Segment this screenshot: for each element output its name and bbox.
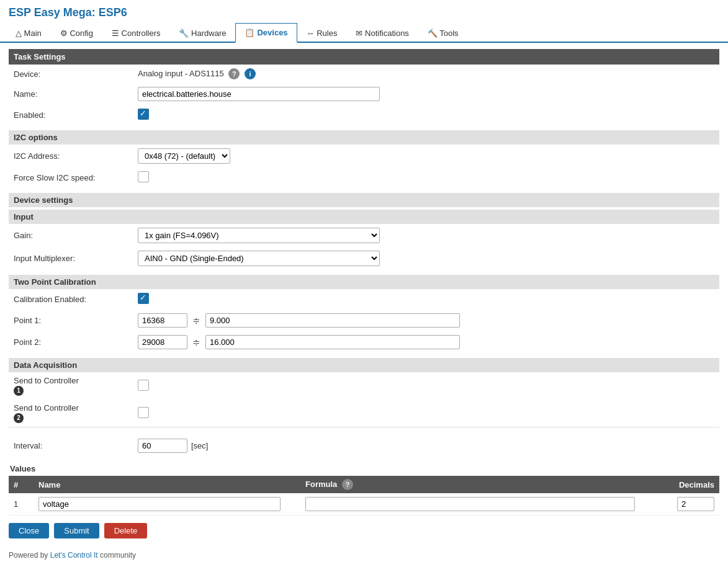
mux-label: Input Multiplexer: [9,247,133,270]
gain-label: Gain: [9,224,133,247]
point2-equals: ≑ [192,337,200,348]
point1-equals: ≑ [192,315,200,326]
value-row-1-name-cell [34,493,300,516]
help-icon[interactable]: ? [228,68,240,79]
formula-help-icon[interactable]: ? [342,479,353,490]
calibration-enabled-label: Calibration Enabled: [9,289,133,310]
delete-button[interactable]: Delete [104,523,148,538]
send-ctrl1-label: Send to Controller 1 [14,376,128,396]
calibration-enabled-checkbox[interactable] [138,293,149,304]
tab-devices[interactable]: 📋 Devices [235,23,297,43]
i2c-options-header: I2C options [9,130,719,145]
footer: Powered by Let's Control It community [0,545,728,566]
value-row-1-decimals-input[interactable] [677,497,714,511]
value-row-1-name-input[interactable] [38,497,281,511]
tab-notifications[interactable]: ✉ Notifications [346,23,418,43]
value-row-1-formula-cell [300,493,657,516]
send-ctrl2-label: Send to Controller 2 [14,403,128,423]
info-icon[interactable]: i [245,68,256,79]
action-buttons: Close Submit Delete [9,523,719,538]
tab-hardware[interactable]: 🔧 Hardware [169,23,235,43]
point2-label: Point 2: [9,331,133,353]
value-row-1: 1 [9,493,719,516]
col-name: Name [34,476,300,493]
data-acquisition-header: Data Acquisition [9,358,719,372]
col-formula: Formula ? [300,476,657,493]
close-button[interactable]: Close [9,523,49,538]
device-value: Analog input - ADS1115 [138,69,224,78]
value-row-1-formula-input[interactable] [305,497,635,511]
point1-raw-input[interactable] [138,313,187,328]
tab-controllers[interactable]: ☰ Controllers [102,23,169,43]
app-title: ESP Easy Mega: ESP6 [0,0,728,23]
send-ctrl1-checkbox[interactable] [138,380,149,391]
point2-raw-input[interactable] [138,335,187,349]
name-label: Name: [9,83,133,105]
device-settings-header: Device settings [9,193,719,207]
point1-cal-input[interactable] [205,313,460,328]
ctrl2-num-badge: 2 [14,413,24,423]
col-decimals: Decimals [657,476,719,493]
task-settings-header: Task Settings [9,49,719,65]
gain-select[interactable]: 2/3x gain (FS=6.144V) 1x gain (FS=4.096V… [138,228,380,243]
ctrl1-num-badge: 1 [14,386,24,396]
interval-unit: [sec] [191,441,208,450]
nav-tabs: △ Main ⚙ Config ☰ Controllers 🔧 Hardware… [0,23,728,43]
interval-label: Interval: [9,435,133,457]
submit-button[interactable]: Submit [54,523,99,538]
value-row-1-decimals-cell [657,493,719,516]
values-header: Values [9,462,719,476]
mux-select[interactable]: AIN0 - GND (Single-Ended) AIN1 - GND (Si… [138,251,380,266]
input-header: Input [9,210,719,224]
i2c-address-select[interactable]: 0x48 (72) - (default) 0x49 (73) 0x4A (74… [138,148,230,164]
force-slow-checkbox[interactable] [138,171,149,182]
point1-label: Point 1: [9,310,133,331]
send-ctrl2-checkbox[interactable] [138,407,149,418]
col-num: # [9,476,34,493]
i2c-address-label: I2C Address: [9,145,133,167]
device-label: Device: [9,65,133,83]
enabled-label: Enabled: [9,105,133,125]
calibration-header: Two Point Calibration [9,275,719,289]
tab-main[interactable]: △ Main [6,23,51,43]
tab-rules[interactable]: ↔ Rules [297,23,347,43]
name-input[interactable] [138,87,380,101]
footer-link[interactable]: Let's Control It [50,551,98,560]
interval-input[interactable] [138,439,187,453]
enabled-checkbox[interactable] [138,109,149,120]
force-slow-label: Force Slow I2C speed: [9,167,133,188]
point2-cal-input[interactable] [205,335,460,349]
value-row-1-num: 1 [9,493,34,516]
tab-config[interactable]: ⚙ Config [51,23,102,43]
tab-tools[interactable]: 🔨 Tools [418,23,468,43]
